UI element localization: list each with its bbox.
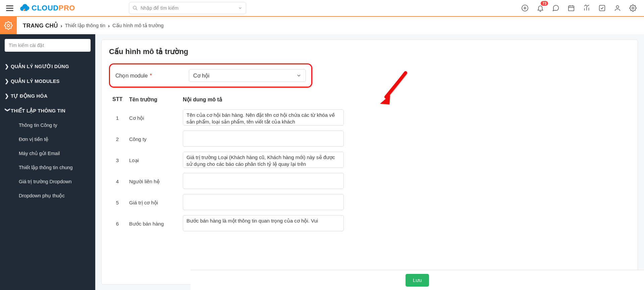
sidebar-group-label: TỰ ĐỘNG HÓA [11, 93, 48, 99]
save-button[interactable]: Lưu [406, 274, 429, 287]
global-search-input[interactable]: Nhập để tìm kiếm [129, 2, 246, 14]
profile-button[interactable] [614, 4, 621, 12]
breadcrumb-home[interactable]: TRANG CHỦ [23, 22, 58, 29]
cell-fieldname: Cơ hội [129, 115, 183, 121]
calendar-button[interactable] [568, 4, 575, 12]
chart-icon [583, 4, 590, 12]
description-textarea[interactable] [183, 152, 344, 168]
fields-table: STT Tên trường Nội dung mô tả 1 Cơ hội 2… [109, 96, 344, 234]
svg-point-13 [616, 6, 619, 8]
chevron-right-icon: ❯ [5, 79, 11, 84]
breadcrumb-level2: Cấu hình mô tả trường [112, 22, 164, 29]
cell-index: 4 [112, 179, 129, 184]
gear-icon [629, 4, 637, 12]
cell-fieldname: Bước bán hàng [129, 221, 183, 227]
svg-marker-16 [380, 95, 390, 104]
sidebar-group-label: QUẢN LÝ NGƯỜI DÙNG [11, 64, 69, 69]
table-row: 3 Loại [109, 150, 344, 171]
cell-index: 6 [112, 221, 129, 227]
logo[interactable]: CLOUDPRO [19, 4, 75, 12]
sidebar-search-placeholder: Tìm kiếm cài đặt [9, 43, 44, 48]
gear-icon [4, 21, 13, 30]
notification-badge: 73 [541, 1, 548, 6]
module-select[interactable]: Cơ hội [189, 69, 306, 82]
sidebar: Tìm kiếm cài đặt ❯ QUẢN LÝ NGƯỜI DÙNG ❯ … [0, 34, 95, 290]
chevron-down-icon [238, 6, 243, 10]
svg-rect-5 [569, 6, 574, 11]
table-row: 1 Cơ hội [109, 107, 344, 129]
chevron-right-icon: › [60, 23, 62, 29]
sidebar-item-label: Dropdown phụ thuộc [19, 193, 65, 198]
cell-fieldname: Loại [129, 157, 183, 163]
sidebar-item-dropdown-values[interactable]: Giá trị trường Dropdown [5, 175, 91, 189]
table-row: 2 Công ty [109, 129, 344, 150]
sidebar-item-general-settings[interactable]: Thiết lập thông tin chung [5, 160, 91, 175]
cell-index: 3 [112, 157, 129, 163]
svg-point-15 [7, 25, 10, 27]
sidebar-item-label: Giá trị trường Dropdown [19, 179, 72, 184]
table-row: 5 Giá trị cơ hội [109, 192, 344, 213]
sidebar-item-label: Đơn vị tiền tệ [19, 137, 48, 142]
table-row: 6 Bước bán hàng [109, 213, 344, 234]
cell-index: 1 [112, 115, 129, 121]
chevron-right-icon: › [108, 23, 110, 29]
settings-button[interactable] [629, 4, 637, 12]
table-header: STT Tên trường Nội dung mô tả [109, 96, 344, 107]
sidebar-group-label: QUẢN LÝ MODULES [11, 79, 60, 84]
required-asterisk: * [148, 73, 152, 79]
topbar: CLOUDPRO Nhập để tìm kiếm 73 [0, 0, 644, 17]
annotation-arrow-icon [379, 70, 409, 107]
chat-button[interactable] [552, 4, 559, 12]
col-header-name: Tên trường [129, 96, 183, 103]
page-title: Cấu hình mô tả trường [109, 47, 630, 56]
sidebar-group-users[interactable]: ❯ QUẢN LÝ NGƯỜI DÙNG [5, 59, 91, 74]
global-search-placeholder: Nhập để tìm kiếm [141, 5, 178, 11]
logo-text-cloud: CLOUD [32, 4, 59, 12]
sidebar-item-currency[interactable]: Đơn vị tiền tệ [5, 132, 91, 146]
sidebar-item-label: Thông tin Công ty [19, 123, 57, 128]
sidebar-item-label: Thiết lập thông tin chung [19, 165, 73, 170]
notifications-button[interactable]: 73 [537, 4, 544, 12]
search-icon [132, 5, 138, 11]
svg-line-1 [136, 9, 137, 10]
description-textarea[interactable] [183, 173, 344, 189]
col-header-desc: Nội dung mô tả [183, 96, 344, 103]
reports-button[interactable] [583, 4, 590, 12]
sidebar-item-label: Máy chủ gửi Email [19, 151, 60, 156]
sidebar-item-dependent-dropdown[interactable]: Dropdown phụ thuộc [5, 189, 91, 203]
svg-point-0 [133, 6, 136, 9]
table-row: 4 Người liên hệ [109, 171, 344, 192]
menu-toggle-button[interactable] [3, 1, 17, 15]
breadcrumb: TRANG CHỦ › Thiết lập thông tin › Cấu hì… [17, 17, 164, 34]
description-textarea[interactable] [183, 109, 344, 126]
add-button[interactable] [521, 4, 529, 12]
sidebar-search-input[interactable]: Tìm kiếm cài đặt [5, 39, 91, 52]
svg-point-14 [632, 7, 634, 9]
cell-index: 2 [112, 136, 129, 142]
tasks-button[interactable] [598, 4, 606, 12]
breadcrumb-level1[interactable]: Thiết lập thông tin [65, 22, 105, 29]
sidebar-item-company-info[interactable]: Thông tin Công ty [5, 118, 91, 132]
sidebar-group-settings[interactable]: ❯ THIẾT LẬP THÔNG TIN [5, 103, 91, 118]
settings-tile[interactable] [0, 17, 17, 34]
col-header-stt: STT [112, 96, 129, 103]
breadcrumb-row: TRANG CHỦ › Thiết lập thông tin › Cấu hì… [0, 17, 644, 34]
logo-text-pro: PRO [59, 4, 75, 12]
description-textarea[interactable] [183, 215, 344, 231]
sidebar-group-label: THIẾT LẬP THÔNG TIN [11, 108, 65, 113]
sidebar-group-modules[interactable]: ❯ QUẢN LÝ MODULES [5, 74, 91, 89]
plus-circle-icon [521, 4, 529, 12]
chevron-down-icon [296, 73, 302, 78]
sidebar-item-email-server[interactable]: Máy chủ gửi Email [5, 146, 91, 160]
cell-fieldname: Giá trị cơ hội [129, 200, 183, 206]
module-select-value: Cơ hội [193, 72, 209, 79]
sidebar-group-automation[interactable]: ❯ TỰ ĐỘNG HÓA [5, 89, 91, 103]
chat-icon [552, 4, 559, 12]
topbar-actions: 73 [521, 4, 641, 12]
svg-rect-12 [599, 5, 605, 11]
description-textarea[interactable] [183, 131, 344, 147]
check-square-icon [598, 4, 606, 12]
cell-fieldname: Công ty [129, 136, 183, 142]
description-textarea[interactable] [183, 194, 344, 210]
user-icon [614, 4, 621, 12]
